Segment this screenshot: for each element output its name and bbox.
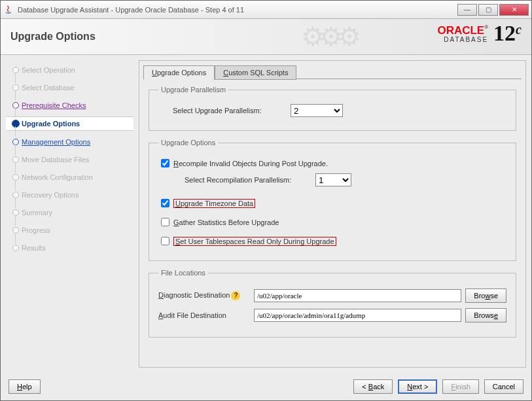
label-upgrade-timezone[interactable]: Upgrade Timezone Data bbox=[173, 199, 255, 208]
brand-version: 12c bbox=[493, 24, 522, 42]
step-upgrade-options[interactable]: Upgrade Options bbox=[6, 116, 133, 131]
legend-file-locations: File Locations bbox=[158, 269, 208, 277]
label-readonly-tablespaces[interactable]: Set User Tablespaces Read Only During Up… bbox=[173, 237, 336, 246]
tab-custom-sql[interactable]: Custom SQL Scripts bbox=[215, 65, 296, 80]
brand-oracle: ORACLE bbox=[437, 24, 484, 37]
close-button[interactable]: ✕ bbox=[499, 4, 529, 16]
help-button[interactable]: Help bbox=[9, 379, 41, 394]
titlebar: Database Upgrade Assistant - Upgrade Ora… bbox=[1, 1, 531, 19]
legend-upgrade-options: Upgrade Options bbox=[158, 139, 218, 147]
window-title: Database Upgrade Assistant - Upgrade Ora… bbox=[18, 6, 456, 14]
checkbox-recompile[interactable] bbox=[161, 159, 169, 167]
header: Upgrade Options ⚙⚙⚙ ORACLE® DATABASE 12c bbox=[1, 19, 531, 55]
next-button[interactable]: Next > bbox=[398, 379, 437, 394]
tab-upgrade-options[interactable]: Upgrade Options bbox=[143, 65, 215, 80]
footer: Help < Back Next > Finish Cancel bbox=[1, 373, 531, 400]
browse-audit-button[interactable]: Browse bbox=[465, 308, 506, 323]
finish-button: Finish bbox=[442, 379, 478, 394]
page-title: Upgrade Options bbox=[10, 31, 96, 43]
step-results: Results bbox=[6, 241, 133, 254]
label-recompile-parallelism: Select Recompilation Parallelism: bbox=[185, 176, 315, 184]
step-move-database-files: Move Database Files bbox=[6, 153, 133, 166]
main-panel: Upgrade Options Custom SQL Scripts Upgra… bbox=[139, 60, 526, 368]
back-button[interactable]: < Back bbox=[353, 379, 393, 394]
step-management-options[interactable]: Management Options bbox=[6, 135, 133, 148]
input-diagnostic-destination[interactable] bbox=[254, 289, 461, 302]
label-select-parallelism: Select Upgrade Parallelism: bbox=[173, 107, 291, 114]
group-upgrade-parallelism: Upgrade Parallelism Select Upgrade Paral… bbox=[149, 86, 516, 131]
label-gather-stats[interactable]: Gather Statistics Before Upgrade bbox=[173, 218, 279, 226]
label-audit-destination: Audit File Destination bbox=[158, 311, 250, 319]
java-icon bbox=[3, 5, 14, 15]
minimize-button[interactable]: — bbox=[457, 4, 477, 16]
maximize-button[interactable]: ▢ bbox=[478, 4, 498, 16]
group-upgrade-options: Upgrade Options Recompile Invalid Object… bbox=[149, 139, 516, 261]
step-select-operation: Select Operation bbox=[6, 63, 133, 77]
brand-logo: ORACLE® DATABASE 12c bbox=[437, 24, 522, 43]
select-parallelism[interactable]: 2 bbox=[291, 104, 343, 117]
step-prerequisite-checks[interactable]: Prerequisite Checks bbox=[6, 99, 133, 112]
select-recompile-parallelism[interactable]: 1 bbox=[315, 173, 351, 186]
step-network-configuration: Network Configuration bbox=[6, 171, 133, 184]
input-audit-destination[interactable] bbox=[254, 309, 461, 322]
step-progress: Progress bbox=[6, 224, 133, 237]
help-icon[interactable]: ? bbox=[231, 291, 240, 300]
cancel-button[interactable]: Cancel bbox=[484, 379, 523, 394]
step-summary: Summary bbox=[6, 206, 133, 219]
checkbox-readonly-tablespaces[interactable] bbox=[161, 237, 169, 245]
step-recovery-options: Recovery Options bbox=[6, 188, 133, 201]
group-file-locations: File Locations Diagnostic Destination? B… bbox=[149, 269, 516, 338]
checkbox-upgrade-timezone[interactable] bbox=[161, 199, 169, 207]
checkbox-gather-stats[interactable] bbox=[161, 218, 169, 226]
label-diagnostic-destination: Diagnostic Destination? bbox=[158, 291, 250, 300]
wizard-steps: Select Operation Select Database Prerequ… bbox=[6, 60, 133, 368]
step-select-database: Select Database bbox=[6, 81, 133, 94]
label-recompile[interactable]: Recompile Invalid Objects During Post Up… bbox=[173, 160, 328, 167]
browse-diagnostic-button[interactable]: Browse bbox=[465, 288, 506, 303]
legend-parallelism: Upgrade Parallelism bbox=[158, 86, 228, 94]
brand-database: DATABASE bbox=[437, 36, 488, 43]
gears-decoration: ⚙⚙⚙ bbox=[263, 19, 394, 54]
